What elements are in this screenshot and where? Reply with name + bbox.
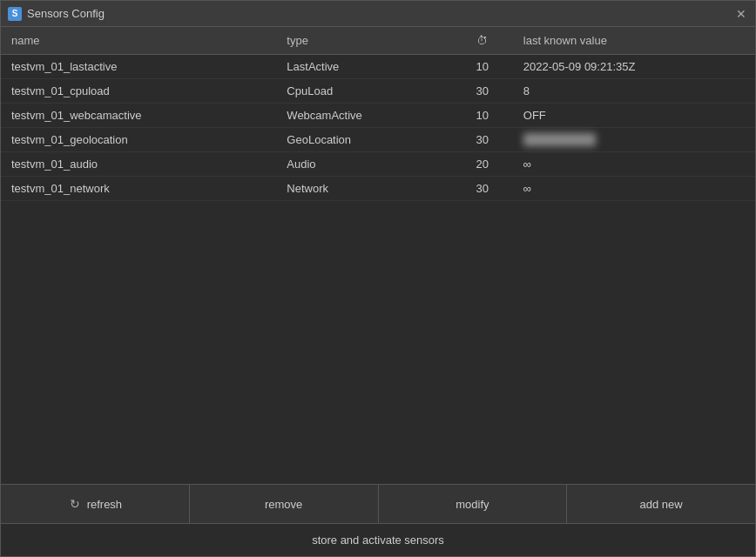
table-header-row: name type ⏱ last known value <box>1 27 755 55</box>
app-icon: S <box>8 7 22 21</box>
refresh-icon: ↻ <box>68 497 82 511</box>
cell-last-known: 192.168.1.100 <box>513 128 755 152</box>
sensors-table-container: name type ⏱ last known value testvm_01_l… <box>1 27 755 484</box>
title-bar: S Sensors Config ✕ <box>1 1 755 27</box>
cell-name: testvm_01_cpuload <box>1 79 276 104</box>
cell-type: Network <box>276 177 451 201</box>
col-header-interval: ⏱ <box>452 27 513 55</box>
cell-interval: 30 <box>452 177 513 201</box>
table-row[interactable]: testvm_01_lastactiveLastActive102022-05-… <box>1 55 755 79</box>
sensors-table: name type ⏱ last known value testvm_01_l… <box>1 27 755 201</box>
modify-label: modify <box>456 498 489 511</box>
cell-name: testvm_01_network <box>1 177 276 201</box>
footer-buttons: ↻ refresh remove modify add new <box>1 484 755 523</box>
table-row[interactable]: testvm_01_networkNetwork30∞ <box>1 177 755 201</box>
cell-interval: 30 <box>452 128 513 152</box>
cell-type: CpuLoad <box>276 79 451 104</box>
title-bar-left: S Sensors Config <box>8 7 105 21</box>
cell-last-known: OFF <box>513 104 755 128</box>
table-row[interactable]: testvm_01_audioAudio20∞ <box>1 152 755 177</box>
cell-type: GeoLocation <box>276 128 451 152</box>
col-header-last-known: last known value <box>513 27 755 55</box>
table-row[interactable]: testvm_01_geolocationGeoLocation30192.16… <box>1 128 755 152</box>
refresh-label: refresh <box>87 498 122 511</box>
table-row[interactable]: testvm_01_webcamactiveWebcamActive10OFF <box>1 104 755 128</box>
refresh-button[interactable]: ↻ refresh <box>1 485 190 523</box>
cell-type: WebcamActive <box>276 104 451 128</box>
add-new-button[interactable]: add new <box>567 485 755 523</box>
window-title: Sensors Config <box>27 7 105 20</box>
remove-button[interactable]: remove <box>190 485 379 523</box>
cell-last-known: ∞ <box>513 177 755 201</box>
modify-button[interactable]: modify <box>379 485 568 523</box>
store-activate-label: store and activate sensors <box>312 534 444 547</box>
cell-interval: 20 <box>452 152 513 177</box>
add-new-label: add new <box>640 498 683 511</box>
table-body: testvm_01_lastactiveLastActive102022-05-… <box>1 55 755 201</box>
remove-label: remove <box>265 498 302 511</box>
cell-last-known: 2022-05-09 09:21:35Z <box>513 55 755 79</box>
cell-type: LastActive <box>276 55 451 79</box>
cell-interval: 10 <box>452 104 513 128</box>
col-header-type: type <box>276 27 451 55</box>
cell-interval: 30 <box>452 79 513 104</box>
col-header-name: name <box>1 27 276 55</box>
cell-name: testvm_01_audio <box>1 152 276 177</box>
cell-type: Audio <box>276 152 451 177</box>
close-button[interactable]: ✕ <box>734 7 748 21</box>
table-row[interactable]: testvm_01_cpuloadCpuLoad308 <box>1 79 755 104</box>
cell-name: testvm_01_geolocation <box>1 128 276 152</box>
cell-last-known: ∞ <box>513 152 755 177</box>
store-activate-button[interactable]: store and activate sensors <box>1 523 755 556</box>
cell-name: testvm_01_lastactive <box>1 55 276 79</box>
cell-name: testvm_01_webcamactive <box>1 104 276 128</box>
cell-interval: 10 <box>452 55 513 79</box>
sensors-config-window: S Sensors Config ✕ name type ⏱ last know… <box>0 0 756 557</box>
cell-last-known: 8 <box>513 79 755 104</box>
